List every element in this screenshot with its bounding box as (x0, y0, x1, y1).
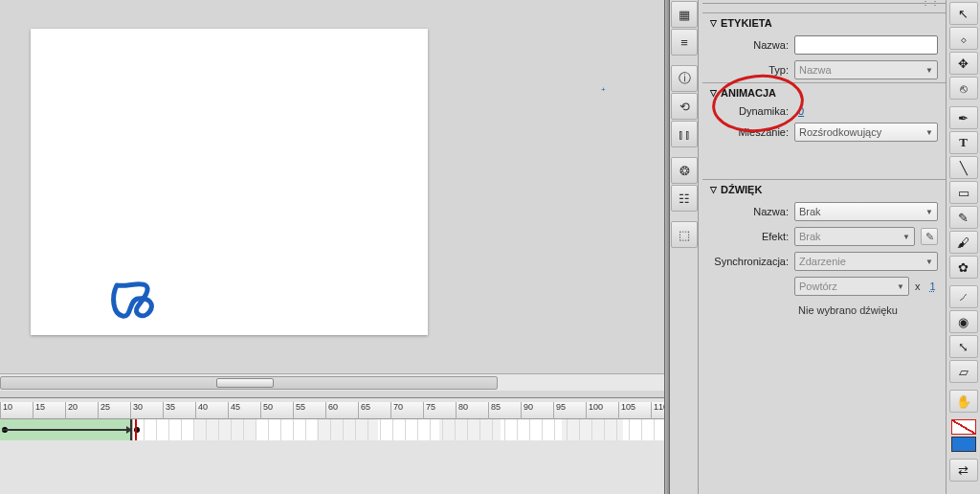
efekt-dropdown[interactable]: Brak ▼ (794, 227, 915, 246)
ruler-tick[interactable]: 95 (553, 402, 566, 419)
panel-icon-info[interactable]: ≡ (671, 29, 698, 56)
fill-color-swatch[interactable] (951, 437, 976, 452)
tool-hand[interactable]: ✋ (949, 390, 978, 413)
ruler-tick[interactable]: 60 (325, 402, 338, 419)
chevron-down-icon: ▼ (925, 258, 933, 266)
sound-message: Nie wybrano dźwięku (702, 299, 946, 322)
chevron-down-icon: ▼ (897, 282, 904, 291)
repeat-count[interactable]: 1 (926, 281, 936, 292)
typ-dropdown[interactable]: Nazwa ▼ (794, 60, 938, 79)
chevron-down-icon: ▽ (710, 88, 717, 98)
tool-selection[interactable]: ↖ (949, 2, 978, 25)
mult-label: x (915, 281, 921, 292)
chevron-down-icon: ▼ (925, 208, 933, 216)
panel-grip-icon[interactable]: ⋮⋮ (921, 0, 940, 7)
dynamika-label: Dynamika: (710, 105, 789, 117)
ruler-tick[interactable]: 25 (98, 402, 110, 419)
properties-panel: ⋮⋮ ▽ ETYKIETA Nazwa: Typ: Nazwa ▼ ▽ ANIM… (699, 0, 946, 494)
timeline-panel[interactable]: 10 15 20 25 30 35 40 45 50 55 60 65 70 7… (0, 397, 708, 494)
tool-swap-colors[interactable]: ⇄ (949, 459, 978, 482)
tool-free-transform[interactable]: ✥ (949, 52, 978, 75)
horizontal-scrollbar[interactable] (0, 373, 664, 391)
ruler-tick[interactable]: 85 (488, 402, 501, 419)
ruler-tick[interactable]: 30 (130, 402, 143, 419)
sync-label: Synchronizacja: (710, 256, 789, 267)
panel-icon-swatches[interactable]: ☷ (671, 185, 698, 212)
panel-iconbar: ▦ ≡ ⓘ ⟲ ⫿⫿ ❂ ☷ ⬚ (670, 0, 699, 494)
tool-brush[interactable]: 🖌 (949, 231, 978, 254)
section-animacja-header[interactable]: ▽ ANIMACJA (702, 82, 946, 102)
efekt-value: Brak (799, 231, 821, 242)
efekt-label: Efekt: (710, 231, 789, 242)
stage[interactable] (31, 29, 428, 335)
stroke-color-swatch[interactable] (951, 419, 976, 435)
mieszanie-label: Mieszanie: (710, 126, 789, 138)
panel-icon-properties[interactable]: ⬚ (671, 221, 698, 248)
panel-icon-history[interactable]: ⟲ (671, 93, 698, 120)
ruler-tick[interactable]: 65 (358, 402, 370, 419)
ruler-tick[interactable]: 100 (586, 402, 603, 419)
tools-toolbar: ↖ ⬦ ✥ ⎋ ✒ T ╲ ▭ ✎ 🖌 ✿ ⟋ ◉ ⤡ ▱ ✋ ⇄ (946, 0, 980, 494)
timeline-track[interactable] (0, 419, 708, 440)
tool-deco[interactable]: ✿ (949, 256, 978, 279)
scrollbar-thumb[interactable] (216, 378, 274, 388)
ruler-tick[interactable]: 75 (423, 402, 435, 419)
ruler-tick[interactable]: 35 (163, 402, 175, 419)
ruler-tick[interactable]: 45 (228, 402, 240, 419)
nazwa-label: Nazwa: (710, 39, 789, 51)
tool-subselect[interactable]: ⬦ (949, 27, 978, 50)
mieszanie-dropdown[interactable]: Rozśrodkowujący ▼ (794, 123, 938, 142)
dynamika-value[interactable]: 0 (794, 105, 804, 117)
tool-lasso[interactable]: ⎋ (949, 77, 978, 100)
chevron-down-icon: ▼ (925, 128, 933, 137)
sound-nazwa-dropdown[interactable]: Brak ▼ (794, 202, 938, 221)
tool-pencil[interactable]: ✎ (949, 206, 978, 229)
canvas-viewport[interactable]: + (0, 0, 665, 397)
timeline-ruler[interactable]: 10 15 20 25 30 35 40 45 50 55 60 65 70 7… (0, 402, 708, 419)
sync-dropdown[interactable]: Zdarzenie ▼ (794, 252, 938, 271)
drawn-stroke[interactable] (109, 280, 163, 326)
nazwa-input[interactable] (794, 35, 938, 55)
tween-span[interactable] (0, 419, 132, 440)
panel-icon-transform[interactable]: ⓘ (671, 65, 698, 92)
registration-point-icon: + (601, 85, 607, 91)
pencil-icon[interactable]: ✎ (921, 228, 938, 245)
tool-text[interactable]: T (949, 131, 978, 154)
ruler-tick[interactable]: 90 (521, 402, 533, 419)
ruler-tick[interactable]: 80 (456, 402, 468, 419)
frame-grid (132, 419, 708, 440)
section-title: DŹWIĘK (721, 184, 762, 195)
section-dzwiek-header[interactable]: ▽ DŹWIĘK (702, 179, 946, 199)
playhead[interactable] (135, 419, 137, 440)
ruler-tick[interactable]: 40 (195, 402, 208, 419)
sync-value: Zdarzenie (799, 256, 846, 267)
tool-rectangle[interactable]: ▭ (949, 181, 978, 204)
chevron-down-icon: ▽ (710, 18, 717, 28)
tool-eraser[interactable]: ▱ (949, 360, 978, 383)
sound-nazwa-label: Nazwa: (710, 206, 789, 217)
ruler-tick[interactable]: 55 (293, 402, 305, 419)
ruler-tick[interactable]: 50 (260, 402, 273, 419)
chevron-down-icon: ▽ (710, 185, 717, 194)
tween-arrow-icon (2, 429, 130, 431)
chevron-down-icon: ▼ (902, 233, 910, 241)
tool-paint-bucket[interactable]: ◉ (949, 310, 978, 333)
panel-icon-color[interactable]: ❂ (671, 157, 698, 184)
ruler-tick[interactable]: 10 (0, 402, 12, 419)
section-etykieta-header[interactable]: ▽ ETYKIETA (702, 12, 946, 33)
typ-value: Nazwa (799, 64, 832, 76)
tool-bone[interactable]: ⟋ (949, 285, 978, 308)
ruler-tick[interactable]: 105 (618, 402, 635, 419)
tool-eyedropper[interactable]: ⤡ (949, 335, 978, 358)
scrollbar-track[interactable] (0, 376, 498, 390)
tool-line[interactable]: ╲ (949, 156, 978, 179)
panel-icon-align[interactable]: ▦ (671, 1, 698, 28)
repeat-dropdown[interactable]: Powtórz ▼ (794, 277, 909, 296)
ruler-tick[interactable]: 15 (33, 402, 45, 419)
panel-icon-library[interactable]: ⫿⫿ (671, 121, 698, 147)
sound-nazwa-value: Brak (799, 206, 821, 217)
tool-pen[interactable]: ✒ (949, 106, 978, 129)
ruler-tick[interactable]: 70 (390, 402, 403, 419)
ruler-tick[interactable]: 20 (65, 402, 78, 419)
section-title: ETYKIETA (721, 17, 772, 29)
